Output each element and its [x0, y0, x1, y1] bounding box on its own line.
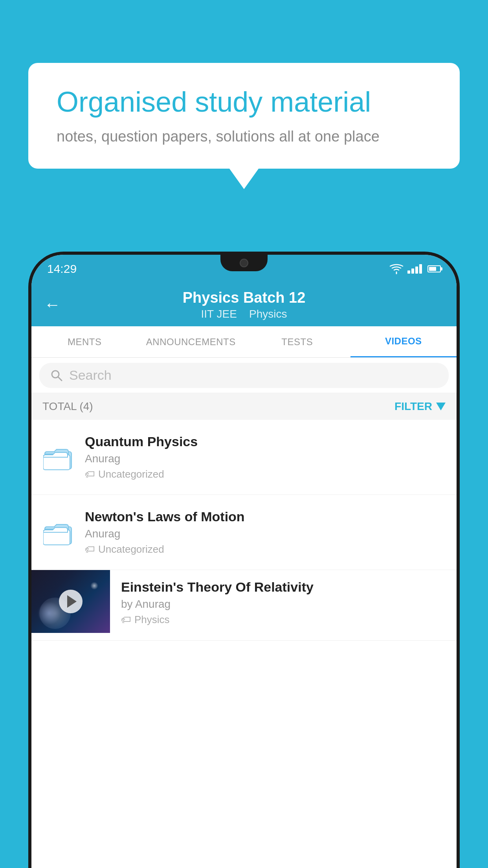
tag-icon: 🏷: [85, 543, 95, 555]
thumb-title: Einstein's Theory Of Relativity: [121, 579, 449, 595]
tag-icon: 🏷: [121, 614, 131, 626]
item-folder-icon: [42, 441, 74, 473]
item-title: Quantum Physics: [85, 434, 446, 449]
item-content: Quantum Physics Anurag 🏷 Uncategorized: [85, 434, 446, 480]
svg-line-1: [58, 377, 62, 381]
content-list: Quantum Physics Anurag 🏷 Uncategorized: [31, 420, 457, 868]
total-count: TOTAL (4): [42, 400, 93, 413]
list-item-thumb[interactable]: Einstein's Theory Of Relativity by Anura…: [31, 570, 457, 641]
filter-bar: TOTAL (4) FILTER: [31, 393, 457, 420]
thumb-tag: 🏷 Physics: [121, 614, 449, 626]
speech-bubble: Organised study material notes, question…: [28, 63, 460, 169]
filter-triangle-icon: [436, 403, 446, 410]
speech-bubble-subtitle: notes, question papers, solutions all at…: [57, 128, 431, 145]
tag-label: Physics: [134, 614, 170, 626]
phone-frame: 14:29: [28, 252, 460, 868]
speech-bubble-title: Organised study material: [57, 85, 431, 119]
play-button[interactable]: [59, 590, 83, 613]
camera-dot: [240, 259, 248, 267]
tab-tests[interactable]: TESTS: [244, 326, 350, 357]
item-folder-icon: [42, 517, 74, 548]
tab-announcements[interactable]: ANNOUNCEMENTS: [138, 326, 244, 357]
back-button[interactable]: ←: [44, 295, 61, 314]
filter-label: FILTER: [394, 400, 432, 413]
battery-icon: [427, 265, 441, 272]
item-author: Anurag: [85, 452, 446, 465]
phone-notch: [220, 255, 268, 271]
phone-inner: 14:29: [31, 255, 457, 868]
signal-bars-icon: [407, 264, 422, 274]
item-title: Newton's Laws of Motion: [85, 509, 446, 524]
thumb-author: by Anurag: [121, 598, 449, 611]
tab-ments[interactable]: MENTS: [31, 326, 138, 357]
screen-content: 14:29: [31, 255, 457, 868]
item-tag: 🏷 Uncategorized: [85, 468, 446, 480]
header-subtitle: IIT JEE Physics: [183, 308, 306, 320]
search-icon: [50, 369, 63, 382]
video-thumbnail: [31, 570, 110, 633]
item-tag: 🏷 Uncategorized: [85, 543, 446, 555]
speech-bubble-container: Organised study material notes, question…: [28, 63, 460, 169]
thumb-content: Einstein's Theory Of Relativity by Anura…: [110, 570, 457, 634]
search-placeholder: Search: [69, 368, 112, 383]
status-icons: [389, 263, 441, 274]
tag-label: Uncategorized: [98, 468, 164, 480]
status-time: 14:29: [47, 262, 77, 276]
play-triangle-icon: [67, 595, 77, 608]
header-subtitle-iitjee: IIT JEE Physics: [201, 308, 287, 320]
tab-videos[interactable]: VIDEOS: [350, 326, 457, 357]
search-input-wrapper[interactable]: Search: [39, 363, 449, 388]
tag-icon: 🏷: [85, 468, 95, 480]
wifi-icon: [389, 263, 404, 274]
tabs-bar: MENTS ANNOUNCEMENTS TESTS VIDEOS: [31, 326, 457, 358]
filter-button[interactable]: FILTER: [394, 400, 446, 413]
list-item[interactable]: Newton's Laws of Motion Anurag 🏷 Uncateg…: [31, 495, 457, 570]
app-header: ← Physics Batch 12 IIT JEE Physics: [31, 283, 457, 326]
header-text: Physics Batch 12 IIT JEE Physics: [183, 289, 306, 320]
item-content: Newton's Laws of Motion Anurag 🏷 Uncateg…: [85, 509, 446, 555]
search-bar: Search: [31, 358, 457, 393]
item-author: Anurag: [85, 528, 446, 540]
header-title: Physics Batch 12: [183, 289, 306, 306]
list-item[interactable]: Quantum Physics Anurag 🏷 Uncategorized: [31, 420, 457, 495]
tag-label: Uncategorized: [98, 543, 164, 555]
